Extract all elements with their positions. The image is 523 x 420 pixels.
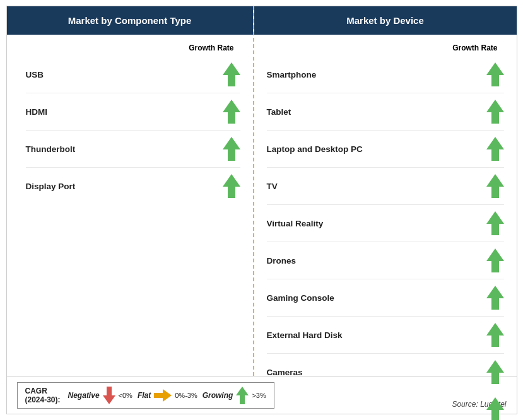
main-container: Market by Component Type Growth Rate USB… — [6, 6, 517, 414]
list-item: Laptop and Desktop PC — [267, 131, 504, 168]
growth-arrow-up-icon — [486, 286, 504, 310]
right-panel: Market by Device Growth Rate Smartphone … — [254, 6, 517, 376]
right-panel-header: Market by Device — [254, 6, 517, 35]
growing-range: >3% — [252, 392, 266, 399]
growth-arrow-up-icon — [486, 211, 504, 235]
content-area: Market by Component Type Growth Rate USB… — [7, 6, 517, 376]
item-label-vr: Virtual Reality — [267, 219, 324, 228]
growth-arrow-up-icon — [486, 323, 504, 347]
item-label-harddisk: External Hard Disk — [267, 330, 343, 340]
item-label-drones: Drones — [267, 256, 297, 265]
item-label-tablet: Tablet — [267, 107, 291, 117]
list-item: Display Port — [26, 168, 240, 204]
flat-range: 0%-3% — [175, 392, 197, 399]
list-item: External Hard Disk — [267, 317, 504, 354]
right-panel-body: Growth Rate Smartphone Tablet Laptop and… — [254, 35, 517, 420]
growth-arrow-up-icon — [223, 100, 240, 124]
list-item: USB — [26, 56, 240, 93]
list-item: Smartphone — [267, 56, 504, 93]
item-label-usb: USB — [26, 70, 44, 79]
legend-growing: Growing >3% — [203, 387, 266, 404]
negative-arrow-icon — [103, 387, 115, 404]
left-growth-header: Growth Rate — [26, 44, 240, 52]
left-panel-header: Market by Component Type — [7, 6, 253, 35]
cagr-label: CAGR (2024-30): — [25, 387, 61, 404]
item-label-tv: TV — [267, 182, 278, 191]
item-label-hdmi: HDMI — [26, 107, 48, 117]
list-item: HDMI — [26, 93, 240, 131]
left-panel-title: Market by Component Type — [68, 15, 192, 26]
item-label-laptop: Laptop and Desktop PC — [267, 144, 363, 154]
growing-arrow-icon — [236, 387, 249, 404]
growth-arrow-up-icon — [486, 360, 504, 384]
list-item: Tablet — [267, 93, 504, 131]
growth-arrow-up-icon — [486, 397, 504, 420]
negative-range: <0% — [119, 392, 132, 399]
right-growth-header: Growth Rate — [267, 44, 504, 52]
negative-label: Negative — [68, 391, 100, 400]
growth-arrow-up-icon — [486, 62, 504, 86]
left-panel: Market by Component Type Growth Rate USB… — [7, 6, 253, 376]
list-item: TV — [267, 168, 504, 205]
growth-arrow-up-icon — [486, 174, 504, 198]
legend-negative: Negative <0% — [68, 387, 132, 404]
growth-arrow-up-icon — [486, 248, 504, 272]
list-item: Gaming Console — [267, 279, 504, 317]
item-label-smartphone: Smartphone — [267, 70, 317, 79]
item-label-gaming: Gaming Console — [267, 293, 334, 303]
flat-label: Flat — [138, 391, 151, 400]
right-panel-title: Market by Device — [346, 15, 424, 26]
growth-arrow-up-icon — [223, 174, 240, 198]
legend-box: CAGR (2024-30): Negative <0% Flat 0%-3% … — [17, 382, 274, 409]
flat-arrow-icon — [154, 389, 172, 402]
list-item: Virtual Reality — [267, 205, 504, 242]
growth-arrow-up-icon — [223, 62, 240, 86]
footer: CAGR (2024-30): Negative <0% Flat 0%-3% … — [7, 376, 517, 414]
growth-arrow-up-icon — [223, 137, 240, 161]
item-label-displayport: Display Port — [26, 182, 76, 191]
item-label-thunderbolt: Thunderbolt — [26, 144, 76, 154]
growth-arrow-up-icon — [486, 137, 504, 161]
left-panel-body: Growth Rate USB HDMI Thunderbolt Display… — [7, 35, 253, 376]
list-item: Thunderbolt — [26, 131, 240, 168]
list-item: Drones — [267, 242, 504, 279]
growth-arrow-up-icon — [486, 100, 504, 124]
growing-label: Growing — [203, 391, 233, 400]
legend-flat: Flat 0%-3% — [138, 389, 197, 402]
